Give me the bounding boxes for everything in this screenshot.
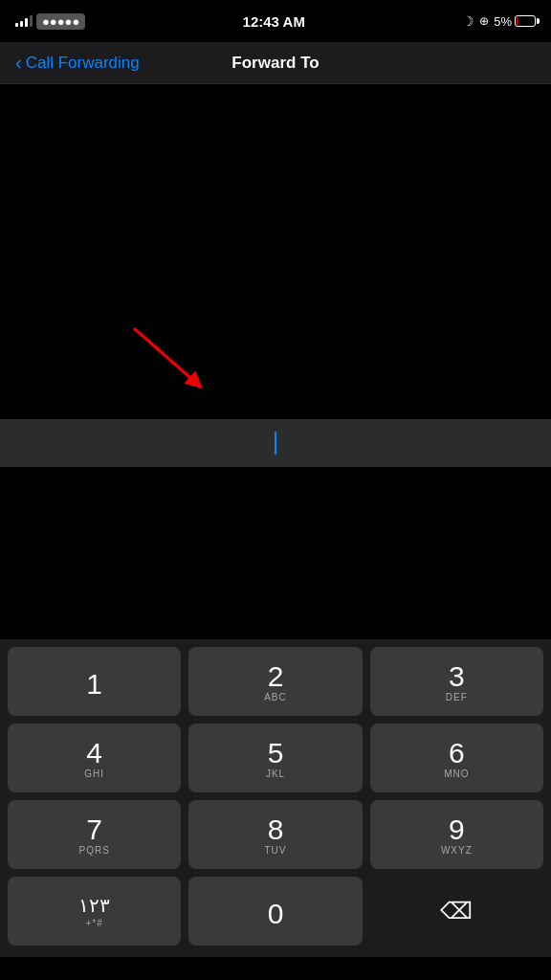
signal-bar-3	[25, 18, 28, 27]
status-bar: ●●●●● 12:43 AM ☽ ⊕ 5%	[0, 0, 551, 42]
carrier-name: ●●●●●	[36, 13, 85, 30]
nav-bar: ‹ Call Forwarding Forward To	[0, 42, 551, 84]
text-cursor	[275, 432, 276, 455]
moon-icon: ☽	[462, 13, 474, 29]
battery-percent: 5%	[494, 14, 512, 29]
signal-bar-1	[15, 23, 18, 27]
key-6[interactable]: 6 MNO	[370, 724, 543, 792]
key-1[interactable]: 1	[8, 647, 181, 716]
key-4[interactable]: 4 GHI	[8, 724, 181, 792]
delete-icon: ⌫	[440, 898, 473, 924]
nav-title: Forward To	[231, 54, 319, 73]
signal-bar-2	[20, 21, 23, 27]
back-button[interactable]: ‹ Call Forwarding	[15, 54, 140, 73]
key-delete[interactable]: ⌫	[370, 877, 543, 946]
key-3[interactable]: 3 DEF	[370, 647, 543, 716]
status-time: 12:43 AM	[243, 13, 305, 30]
chevron-left-icon: ‹	[15, 53, 22, 72]
key-0[interactable]: 0	[188, 877, 362, 946]
key-2[interactable]: 2 ABC	[188, 647, 362, 716]
red-arrow-annotation	[115, 314, 230, 400]
keypad: 1 2 ABC 3 DEF 4 GHI 5 JKL 6 MNO 7 PQRS 8…	[0, 639, 551, 957]
back-label: Call Forwarding	[26, 54, 140, 73]
battery-wrapper: 5%	[494, 14, 536, 29]
key-7[interactable]: 7 PQRS	[8, 800, 181, 869]
upper-section	[0, 84, 551, 419]
lower-section	[0, 467, 551, 639]
key-8[interactable]: 8 TUV	[188, 800, 362, 869]
key-5[interactable]: 5 JKL	[188, 724, 362, 792]
svg-line-1	[134, 328, 196, 383]
status-right: ☽ ⊕ 5%	[462, 13, 536, 29]
status-left: ●●●●●	[15, 13, 85, 30]
signal-bars	[15, 15, 33, 27]
signal-bar-4	[30, 15, 33, 27]
key-9[interactable]: 9 WXYZ	[370, 800, 543, 869]
key-special-chars[interactable]: ۱۲۳ +*#	[8, 877, 181, 946]
phone-input-container[interactable]	[0, 419, 551, 467]
battery-fill	[517, 17, 518, 25]
location-icon: ⊕	[479, 14, 489, 28]
battery-icon	[515, 15, 536, 27]
